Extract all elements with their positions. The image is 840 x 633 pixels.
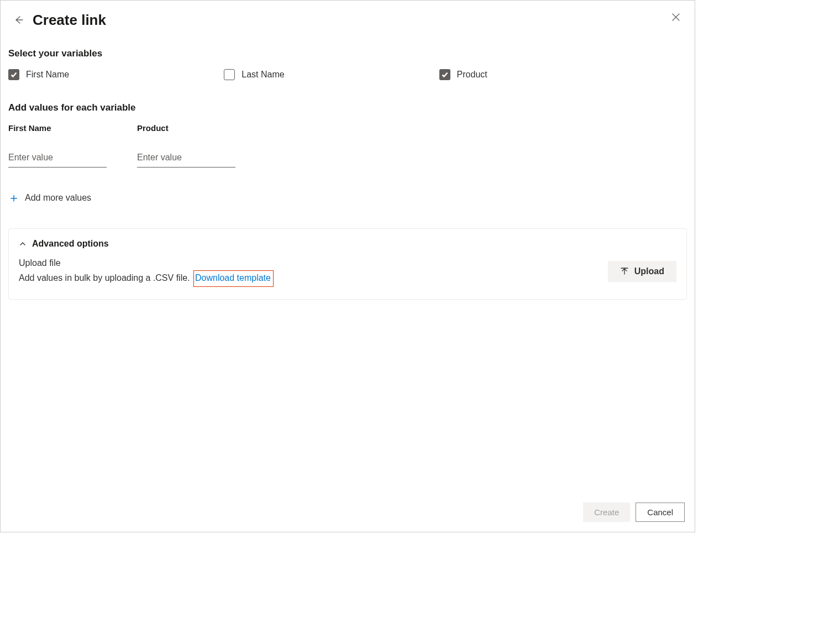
close-icon <box>671 13 680 22</box>
create-button[interactable]: Create <box>583 503 630 522</box>
checkbox-first-name[interactable]: First Name <box>8 69 69 80</box>
checkbox-box <box>224 69 235 80</box>
chevron-up-icon <box>19 240 27 248</box>
cancel-button[interactable]: Cancel <box>636 503 685 522</box>
download-template-highlight: Download template <box>193 270 274 287</box>
checkbox-label: First Name <box>26 70 69 80</box>
advanced-body: Upload file Add values in bulk by upload… <box>19 257 676 287</box>
page-title: Create link <box>33 12 106 29</box>
checkbox-box <box>439 69 450 80</box>
checkmark-icon <box>441 71 449 79</box>
value-column-label: Product <box>137 123 235 133</box>
close-button[interactable] <box>667 8 685 26</box>
checkbox-box <box>8 69 19 80</box>
add-more-label: Add more values <box>25 193 91 203</box>
value-column-first-name: First Name <box>8 123 107 168</box>
back-button[interactable] <box>9 11 28 29</box>
value-column-product: Product <box>137 123 235 168</box>
header: Create link <box>1 1 695 38</box>
back-arrow-icon <box>13 14 24 25</box>
upload-file-subtitle: Upload file <box>19 257 274 270</box>
upload-file-desc: Add values in bulk by uploading a .CSV f… <box>19 273 190 283</box>
advanced-options-title: Advanced options <box>32 239 109 249</box>
values-inputs-row: First Name Product <box>8 123 687 168</box>
first-name-input[interactable] <box>8 149 107 168</box>
value-column-label: First Name <box>8 123 107 133</box>
footer-buttons: Create Cancel <box>583 503 685 522</box>
product-input[interactable] <box>137 149 235 168</box>
plus-icon: ＋ <box>8 190 19 206</box>
checkbox-label: Last Name <box>242 70 284 80</box>
select-variables-heading: Select your variables <box>8 48 687 59</box>
variables-checkbox-row: First Name Last Name Product <box>8 69 687 80</box>
add-more-values-button[interactable]: ＋ Add more values <box>8 190 91 206</box>
download-template-link[interactable]: Download template <box>195 273 271 283</box>
advanced-options-card: Advanced options Upload file Add values … <box>8 228 687 300</box>
checkbox-last-name[interactable]: Last Name <box>224 69 284 80</box>
add-values-heading: Add values for each variable <box>8 102 687 113</box>
upload-icon <box>620 267 629 276</box>
checkmark-icon <box>10 71 18 79</box>
upload-button-label: Upload <box>634 266 664 276</box>
checkbox-label: Product <box>457 70 487 80</box>
create-link-panel: Create link Select your variables First … <box>0 0 695 532</box>
advanced-text: Upload file Add values in bulk by upload… <box>19 257 274 287</box>
checkbox-product[interactable]: Product <box>439 69 487 80</box>
advanced-options-toggle[interactable]: Advanced options <box>19 239 109 249</box>
content: Select your variables First Name Last Na… <box>1 38 695 532</box>
upload-button[interactable]: Upload <box>608 261 676 282</box>
